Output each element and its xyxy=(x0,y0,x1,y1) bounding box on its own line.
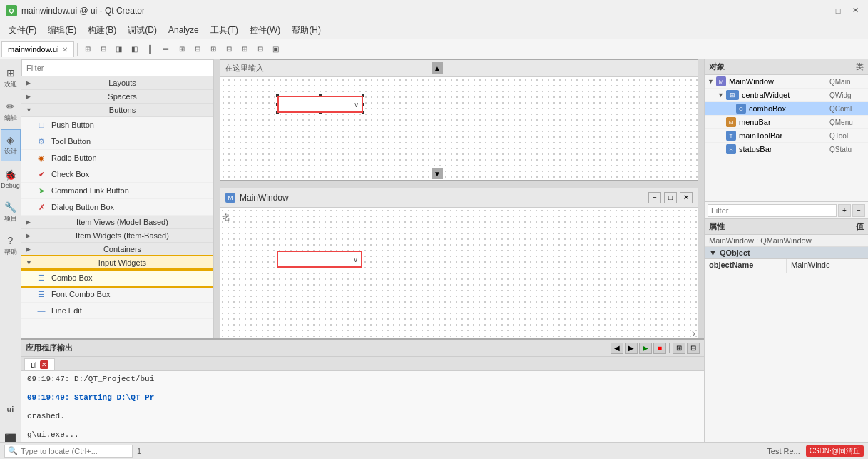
csdn-badge: CSDN·@同渭丘 xyxy=(806,445,864,457)
obj-menubar[interactable]: ▶ M menuBar QMenu xyxy=(705,116,868,129)
widget-combo-box[interactable]: ☰ Combo Box xyxy=(21,270,213,286)
props-filter-input[interactable] xyxy=(708,204,837,217)
toolbar-btn-1[interactable]: ⊞ xyxy=(81,42,95,56)
category-layouts[interactable]: ▶ Layouts xyxy=(21,76,213,90)
toolbar-btn-8[interactable]: ⊟ xyxy=(190,42,205,56)
output-collapse-btn[interactable]: ⊟ xyxy=(687,343,700,354)
category-containers[interactable]: ▶ Containers xyxy=(21,243,213,256)
menu-help[interactable]: 帮助(H) xyxy=(286,23,327,38)
combo-container[interactable]: ∨ xyxy=(277,96,363,113)
output-tab-close[interactable]: ✕ xyxy=(40,360,48,369)
category-input-widgets[interactable]: ▼ Input Widgets xyxy=(21,256,213,270)
obj-mainwindow[interactable]: ▼ M MainWindow QMain xyxy=(705,75,868,89)
category-item-views[interactable]: ▶ Item Views (Model-Based) xyxy=(21,216,213,229)
category-item-widgets[interactable]: ▶ Item Widgets (Item-Based) xyxy=(21,229,213,243)
toolbar-btn-4[interactable]: ◧ xyxy=(128,42,142,56)
check-box-label: Check Box xyxy=(51,170,89,178)
widget-line-edit[interactable]: — Line Edit xyxy=(21,303,213,319)
object-inspector-col2: 类 xyxy=(856,61,864,72)
widget-font-combo-box[interactable]: ☰ Font Combo Box xyxy=(21,286,213,303)
props-subtitle: MainWindow : QMainWindow xyxy=(705,235,868,247)
toolbar-btn-2[interactable]: ⊟ xyxy=(96,42,111,56)
spacers-label: Spacers xyxy=(36,92,209,101)
cw-expand-arrow[interactable]: ▼ xyxy=(718,91,725,99)
output-stop-btn[interactable]: ■ xyxy=(653,343,666,354)
main-window-title-bar: M MainWindow − □ ✕ xyxy=(220,188,698,208)
top-form-area[interactable]: 在这里输入 xyxy=(220,59,698,181)
obj-centralwidget[interactable]: ▼ ⊞ centralWidget QWidg xyxy=(705,89,868,102)
main-window-icon: M xyxy=(225,193,235,203)
welcome-icon: ⊞ xyxy=(6,67,15,79)
output-tab-ui[interactable]: ui ✕ xyxy=(24,358,55,370)
object-inspector: 对象 类 ▼ M MainWindow QMain ▼ ⊞ centralWid… xyxy=(705,59,868,202)
menu-analyze[interactable]: Analyze xyxy=(163,24,205,36)
search-bar[interactable]: 🔍 xyxy=(4,445,133,458)
toolbar-btn-5[interactable]: ║ xyxy=(143,42,158,56)
menu-file[interactable]: 文件(F) xyxy=(3,23,42,38)
sidebar-design[interactable]: ◈ 设计 xyxy=(1,129,21,161)
status-right: Test Re... CSDN·@同渭丘 xyxy=(767,445,864,457)
scroll-up-btn[interactable]: ▲ xyxy=(432,62,443,74)
file-tab[interactable]: mainwindow.ui ✕ xyxy=(1,41,74,57)
menu-edit[interactable]: 编辑(E) xyxy=(42,23,82,38)
output-line-4: g\ui.exe... xyxy=(27,430,698,439)
qobject-section-arrow[interactable]: ▼ xyxy=(709,248,717,257)
top-combobox[interactable]: ∨ xyxy=(277,96,363,113)
output-next-btn[interactable]: ▶ xyxy=(625,343,638,354)
output-play-btn[interactable]: ▶ xyxy=(639,343,652,354)
props-header-left: 属性 xyxy=(709,221,725,232)
output-expand-btn[interactable]: ⊞ xyxy=(673,343,685,354)
toolbar-btn-3[interactable]: ◨ xyxy=(112,42,126,56)
category-spacers[interactable]: ▶ Spacers xyxy=(21,90,213,104)
mw-close-btn[interactable]: ✕ xyxy=(680,192,693,203)
widget-check-box[interactable]: ✔ Check Box xyxy=(21,166,213,183)
props-filter-row: + − xyxy=(705,202,868,219)
line-edit-icon: — xyxy=(36,305,47,316)
toolbar-btn-12[interactable]: ⊟ xyxy=(253,42,267,56)
mw-expand-arrow[interactable]: ▼ xyxy=(708,78,715,85)
sidebar-projects[interactable]: 🔧 项目 xyxy=(1,196,21,228)
scroll-down-btn[interactable]: ▼ xyxy=(432,168,443,179)
widget-radio-button[interactable]: ◉ Radio Button xyxy=(21,150,213,166)
sidebar-debug-top[interactable]: 🐞 Debug xyxy=(1,163,21,195)
toolbar-btn-7[interactable]: ⊞ xyxy=(175,42,189,56)
sidebar-edit[interactable]: ✏ 编辑 xyxy=(1,96,21,128)
menu-debug[interactable]: 调试(D) xyxy=(122,23,163,38)
output-prev-btn[interactable]: ◀ xyxy=(611,343,623,354)
minimize-button[interactable]: − xyxy=(814,4,828,17)
widget-push-button[interactable]: □ Push Button xyxy=(21,117,213,133)
search-input[interactable] xyxy=(21,447,121,455)
tb-obj-name: mainToolBar xyxy=(739,131,828,140)
obj-maintoolbar[interactable]: ▶ T mainToolBar QTool xyxy=(705,129,868,143)
sidebar-ui[interactable]: ui xyxy=(1,393,21,425)
obj-combobox[interactable]: ▶ C comboBox QComl xyxy=(705,102,868,116)
menu-widgets[interactable]: 控件(W) xyxy=(244,23,286,38)
widget-command-link[interactable]: ➤ Command Link Button xyxy=(21,183,213,199)
widget-tool-button[interactable]: ⚙ Tool Button xyxy=(21,133,213,150)
mw-combobox[interactable]: ∨ xyxy=(277,251,362,268)
mw-minimize-btn[interactable]: − xyxy=(648,192,661,203)
toolbar-btn-13[interactable]: ▣ xyxy=(269,42,283,56)
menu-tools[interactable]: 工具(T) xyxy=(205,23,244,38)
close-button[interactable]: ✕ xyxy=(848,4,862,17)
category-buttons[interactable]: ▼ Buttons xyxy=(21,104,213,117)
props-row-objectname[interactable]: objectName MainWindc xyxy=(705,259,868,273)
sidebar-help[interactable]: ? 帮助 xyxy=(1,230,21,262)
props-list: ▼ QObject objectName MainWindc xyxy=(705,247,868,459)
maximize-button[interactable]: □ xyxy=(831,4,845,17)
widget-dialog-button[interactable]: ✗ Dialog Button Box xyxy=(21,199,213,216)
obj-statusbar[interactable]: ▶ S statusBar QStatu xyxy=(705,143,868,156)
toolbar-btn-6[interactable]: ═ xyxy=(159,42,173,56)
mw-maximize-btn[interactable]: □ xyxy=(664,192,677,203)
filter-input[interactable] xyxy=(21,59,213,76)
toolbar-btn-11[interactable]: ⊞ xyxy=(238,42,252,56)
props-add-btn[interactable]: + xyxy=(838,204,851,217)
props-remove-btn[interactable]: − xyxy=(852,204,865,217)
dialog-button-icon: ✗ xyxy=(36,201,47,213)
sidebar-welcome[interactable]: ⊞ 欢迎 xyxy=(1,62,21,94)
file-tab-close[interactable]: ✕ xyxy=(62,46,68,54)
menu-build[interactable]: 构建(B) xyxy=(82,23,122,38)
toolbar-btn-10[interactable]: ⊟ xyxy=(222,42,236,56)
main-window-title-text: MainWindow xyxy=(240,193,644,203)
toolbar-btn-9[interactable]: ⊞ xyxy=(206,42,220,56)
